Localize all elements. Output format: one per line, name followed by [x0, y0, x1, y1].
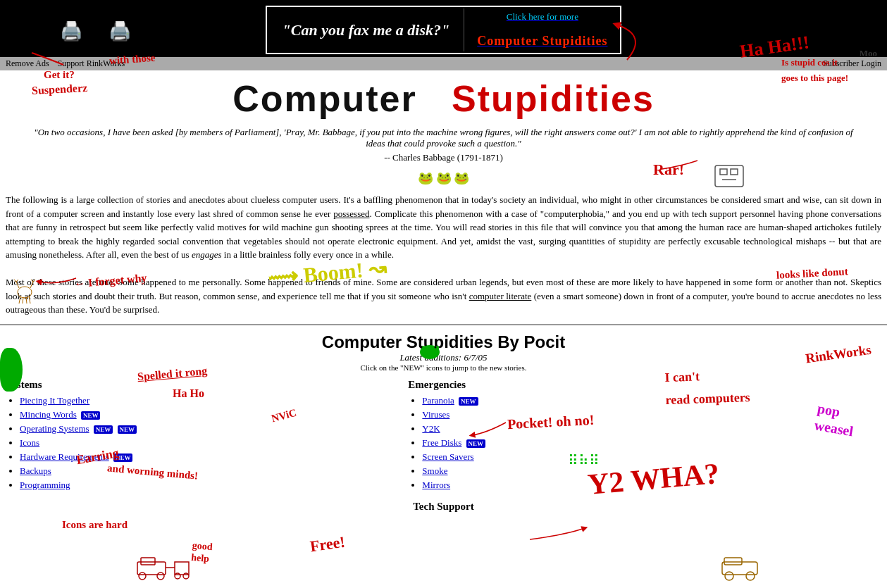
- good-help-scribble: goodhelp: [191, 540, 213, 565]
- emergencies-list: Paranoia NEW Viruses Y2K Free Disks NEW …: [408, 395, 564, 491]
- list-item: Y2K: [422, 423, 564, 434]
- top-banner: "Can you fax me a disk?" Click here for …: [0, 0, 887, 57]
- site-title: Computer Stupidities: [0, 77, 887, 120]
- pocit-heading: Computer Stupidities By Pocit Latest add…: [0, 332, 887, 372]
- nav-bar: Remove Ads Support RinkWorks Subscriber …: [0, 57, 887, 70]
- tech-support-section: Tech Support: [0, 501, 887, 513]
- title-computer: Computer: [232, 78, 417, 119]
- green-blob: [0, 348, 23, 392]
- divider-1: [0, 324, 887, 325]
- list-item: Free Disks NEW: [422, 437, 564, 449]
- smoke-link[interactable]: Smoke: [422, 465, 447, 476]
- columns: Systems Piecing It Together Mincing Word…: [6, 379, 881, 494]
- paranoia-link[interactable]: Paranoia: [422, 395, 454, 406]
- title-stupidities: Stupidities: [452, 78, 655, 119]
- free-disks-link[interactable]: Free Disks: [422, 437, 461, 448]
- quote-text: "On two occasions, I have been asked [by…: [28, 127, 859, 149]
- new-badge: NEW: [113, 453, 133, 462]
- svg-rect-25: [175, 562, 189, 575]
- remove-ads-link[interactable]: Remove Ads: [6, 58, 49, 68]
- new-badge: NEW: [81, 411, 101, 420]
- subscriber-login-link[interactable]: Subscriber Login: [823, 58, 881, 68]
- pocit-title: Computer Stupidities By Pocit: [0, 332, 887, 352]
- svg-point-29: [725, 572, 733, 580]
- list-item: Paranoia NEW: [422, 395, 564, 406]
- list-item: Mirrors: [422, 480, 564, 491]
- click-new-text: Click on the "NEW" icons to jump to the …: [0, 363, 887, 372]
- icons-hard-scribble: Icons are hard: [62, 519, 128, 531]
- list-item: Smoke: [422, 465, 564, 477]
- emergencies-column: Emergencies Paranoia NEW Viruses Y2K Fre…: [408, 379, 564, 494]
- y2k-link[interactable]: Y2K: [422, 423, 440, 434]
- frog-icon-1: 🐸: [418, 171, 433, 185]
- banner-link[interactable]: Click here for more Computer Stupidities: [477, 11, 607, 47]
- right-spacer: [571, 379, 881, 494]
- new-badge: NEW: [466, 439, 486, 448]
- frog-icons-row: 🐸 🐸 🐸: [0, 170, 887, 186]
- frog-icon-2: 🐸: [436, 171, 452, 185]
- svg-point-27: [183, 573, 189, 579]
- tech-support-heading: Tech Support: [0, 501, 887, 513]
- backups-link[interactable]: Backups: [20, 465, 51, 476]
- banner-quote: "Can you fax me a disk?": [283, 21, 450, 39]
- green-creature: ⠿⠷⠿: [568, 452, 600, 469]
- operating-link[interactable]: Operating Systems: [20, 423, 89, 434]
- list-item: Icons: [20, 437, 161, 449]
- latest-additions: Latest additions: 6/7/05: [0, 352, 887, 363]
- banner-stupidities: Computer Stupidities: [477, 34, 607, 48]
- frog-icon-3: 🐸: [454, 171, 469, 185]
- svg-rect-28: [722, 562, 757, 575]
- list-item: Screen Savers: [422, 451, 564, 463]
- list-item: Piecing It Together: [20, 395, 161, 406]
- list-item: Mincing Words NEW: [20, 409, 161, 420]
- list-item: Hardware Requirements NEW: [20, 451, 161, 463]
- mirrors-link[interactable]: Mirrors: [422, 480, 450, 490]
- screen-savers-link[interactable]: Screen Savers: [422, 451, 473, 462]
- programming-link[interactable]: Programming: [20, 480, 70, 490]
- svg-rect-21: [141, 558, 155, 565]
- support-link[interactable]: Support RinkWorks: [58, 58, 125, 68]
- icons-link[interactable]: Icons: [20, 437, 39, 448]
- list-item: Programming: [20, 480, 161, 491]
- svg-point-23: [157, 573, 164, 580]
- list-item: Backups: [20, 465, 161, 477]
- new-badge: NEW: [118, 425, 137, 434]
- middle-spacer: [168, 379, 402, 494]
- quote-section: "On two occasions, I have been asked [by…: [28, 127, 859, 163]
- svg-point-22: [139, 573, 146, 580]
- svg-rect-20: [137, 562, 166, 575]
- systems-heading: Systems: [6, 379, 161, 391]
- systems-list: Piecing It Together Mincing Words NEW Op…: [6, 395, 161, 491]
- emergencies-heading: Emergencies: [408, 379, 564, 391]
- hardware-link[interactable]: Hardware Requirements: [20, 451, 109, 462]
- svg-point-26: [175, 573, 180, 579]
- list-item: Viruses: [422, 409, 564, 420]
- mincing-link[interactable]: Mincing Words: [20, 409, 77, 420]
- viruses-link[interactable]: Viruses: [422, 409, 449, 420]
- quote-attribution: -- Charles Babbage (1791-1871): [28, 152, 859, 163]
- svg-rect-31: [724, 558, 742, 565]
- svg-point-30: [746, 572, 755, 580]
- intro-text: The following is a large collection of s…: [6, 193, 881, 317]
- new-badge: NEW: [94, 425, 113, 434]
- piecing-link[interactable]: Piecing It Together: [20, 395, 89, 406]
- new-badge: NEW: [459, 397, 478, 406]
- list-item: Operating Systems NEW NEW: [20, 423, 161, 434]
- visitor-badge: 🖨️ 🖨️: [60, 23, 131, 41]
- free-scribble: Free!: [309, 533, 346, 556]
- systems-column: Systems Piecing It Together Mincing Word…: [6, 379, 161, 494]
